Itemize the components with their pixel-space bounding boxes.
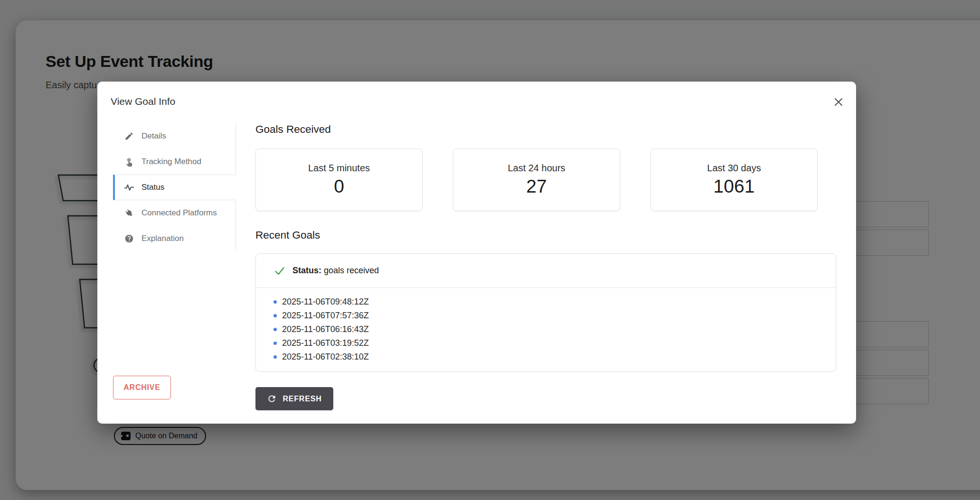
status-label: Status: [292,266,321,275]
question-icon [123,233,135,244]
close-icon [834,97,843,107]
bullet-icon [273,342,277,345]
status-row: Status: goals received [256,254,836,288]
sidebar-item-label: Connected Platforms [141,208,217,218]
goals-received-heading: Goals Received [255,123,331,136]
stat-card-label: Last 24 hours [453,163,620,174]
sidebar-item-label: Status [141,183,164,192]
sidebar-item-connected-platforms[interactable]: Connected Platforms [113,200,236,226]
stat-card-value: 1061 [651,176,817,197]
stat-cards: Last 5 minutes 0 Last 24 hours 27 Last 3… [255,148,818,211]
stat-card-last-24-hours: Last 24 hours 27 [453,148,620,211]
goal-timestamp: 2025-11-06T09:48:12Z [256,295,836,309]
bullet-icon [273,328,277,331]
archive-button[interactable]: ARCHIVE [113,376,171,399]
refresh-button-label: REFRESH [283,395,321,403]
check-icon [274,265,285,277]
status-text: Status: goals received [292,266,379,276]
refresh-icon [267,394,277,404]
close-button[interactable] [831,95,846,109]
goal-timestamp: 2025-11-06T06:16:43Z [256,323,836,336]
bullet-icon [273,314,277,317]
sidebar-item-label: Tracking Method [141,157,201,167]
sidebar-item-label: Explanation [141,234,184,243]
goal-timestamp: 2025-11-06T03:19:52Z [256,336,836,350]
sidebar-item-explanation[interactable]: Explanation [113,226,236,251]
bullet-icon [273,300,277,304]
sidebar-item-label: Details [141,131,166,141]
modal-title: View Goal Info [111,96,175,107]
sidebar-item-details[interactable]: Details [113,123,236,149]
goal-timestamp: 2025-11-06T02:38:10Z [256,350,836,364]
status-value: goals received [324,266,379,275]
stat-card-value: 0 [256,176,422,197]
refresh-button[interactable]: REFRESH [255,387,333,410]
plug-icon [123,207,135,219]
recent-goal-list: 2025-11-06T09:48:12Z 2025-11-06T07:57:36… [256,288,836,364]
sidebar-item-tracking-method[interactable]: Tracking Method [113,149,236,175]
pencil-icon [123,130,135,142]
stat-card-label: Last 30 days [651,163,817,174]
stat-card-last-5-minutes: Last 5 minutes 0 [255,148,423,211]
stat-card-value: 27 [453,176,620,197]
sidebar-item-status[interactable]: Status [113,175,236,200]
recent-goals-panel: Status: goals received 2025-11-06T09:48:… [255,253,836,372]
stat-card-label: Last 5 minutes [256,163,422,174]
recent-goals-heading: Recent Goals [255,229,320,241]
goal-timestamp: 2025-11-06T07:57:36Z [256,309,836,323]
pulse-icon [123,182,135,193]
bullet-icon [273,355,277,359]
modal-sidebar: Details Tracking Method Status Connected… [113,123,236,251]
view-goal-info-modal: View Goal Info Details Tracking Method S… [97,82,856,424]
stat-card-last-30-days: Last 30 days 1061 [650,148,818,211]
tap-icon [123,156,135,167]
